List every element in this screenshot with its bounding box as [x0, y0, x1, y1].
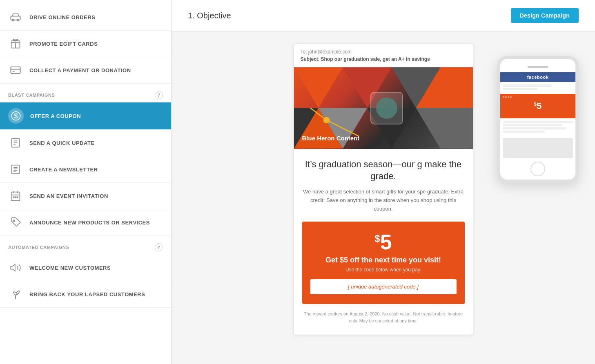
sidebar-item-offer-coupon[interactable]: $ OFFER A COUPON	[0, 102, 171, 130]
mini-star-2	[505, 96, 507, 98]
sidebar-item-send-event[interactable]: SEND AN EVENT INVITATION	[0, 183, 171, 209]
automated-campaigns-header: AUTOMATED CAMPAIGNS ?	[0, 236, 171, 255]
sidebar-item-label: BRING BACK YOUR LAPSED CUSTOMERS	[29, 291, 145, 297]
newsletter-icon	[8, 162, 23, 177]
main-content: 1. Objective Design Campaign To: john@ex…	[172, 0, 595, 364]
car-icon	[8, 10, 23, 24]
megaphone-icon	[8, 260, 23, 275]
svg-point-26	[13, 220, 15, 222]
email-to: To: john@example.com	[301, 49, 466, 55]
coupon-subtext: Use the code below when you pay.	[310, 267, 457, 273]
email-body: It’s graduation season—our g make the gr…	[294, 149, 473, 335]
email-hero-image: Blue Heron Content	[294, 67, 473, 149]
dollar-icon: $	[8, 108, 24, 124]
mobile-preview: facebook $5	[497, 56, 579, 183]
email-preview-card: To: john@example.com Subject: Shop our g…	[294, 44, 473, 335]
email-subject: Subject: Shop our graduation sale, get a…	[301, 56, 466, 62]
sidebar-item-label: SEND AN EVENT INVITATION	[29, 193, 108, 199]
svg-rect-25	[17, 197, 18, 198]
design-campaign-button[interactable]: Design Campaign	[511, 8, 579, 23]
dollar-super: $	[374, 233, 380, 244]
fb-line-4	[503, 131, 545, 133]
phone-gray-box	[503, 138, 573, 158]
mini-star-3	[508, 96, 509, 98]
sidebar-item-drive-online[interactable]: DRIVE ONLINE ORDERS	[0, 4, 171, 31]
svg-marker-27	[11, 264, 15, 271]
fb-text-lines	[500, 118, 575, 136]
hero-logo-box	[370, 92, 403, 124]
fb-name-line	[503, 84, 552, 87]
sidebar-item-label: SEND A QUICK UPDATE	[29, 140, 95, 146]
svg-rect-24	[15, 197, 16, 198]
email-header: To: john@example.com Subject: Shop our g…	[294, 44, 473, 67]
svg-rect-5	[11, 67, 20, 73]
svg-rect-14	[12, 165, 20, 174]
svg-rect-19	[11, 192, 20, 201]
sidebar-item-label: DRIVE ONLINE ORDERS	[29, 14, 96, 20]
sidebar-item-bring-back[interactable]: BRING BACK YOUR LAPSED CUSTOMERS	[0, 281, 171, 308]
mini-amount: $5	[534, 101, 542, 111]
fb-line-1	[503, 121, 573, 123]
sidebar-item-send-quick[interactable]: SEND A QUICK UPDATE	[0, 130, 171, 156]
svg-rect-23	[13, 197, 14, 198]
mini-number: 5	[537, 101, 542, 111]
email-headline: It’s graduation season—our g make the gr…	[302, 159, 465, 182]
subject-label: Subject	[301, 56, 318, 62]
email-body-text: We have a great selection of smart gifts…	[302, 188, 465, 213]
sidebar-item-label: WELCOME NEW CUSTOMERS	[29, 265, 111, 271]
coupon-offer-text: Get $5 off the next time you visit!	[310, 256, 457, 264]
phone-coupon-mini: $5	[500, 94, 575, 118]
plant-icon	[8, 287, 23, 302]
page-title: 1. Objective	[188, 11, 231, 20]
phone-frame: facebook $5	[497, 56, 579, 183]
sidebar: DRIVE ONLINE ORDERS PROMOTE EGIFT CARDS …	[0, 0, 172, 364]
phone-home-button	[530, 162, 545, 176]
coupon-amount: $5	[310, 231, 457, 253]
svg-marker-28	[294, 67, 343, 108]
sidebar-item-create-newsletter[interactable]: CREATE A NEWSLETTER	[0, 156, 171, 183]
calendar-icon	[8, 189, 23, 203]
sidebar-item-announce-products[interactable]: ANNOUNCE NEW PRODUCTS OR SERVICES	[0, 209, 171, 236]
mini-stars	[503, 96, 512, 98]
coupon-box: $5 Get $5 off the next time you visit! U…	[302, 222, 465, 304]
fb-label: facebook	[527, 75, 549, 80]
hero-brand-name: Blue Heron Content	[302, 135, 360, 142]
tag-icon	[8, 215, 23, 230]
card-icon	[8, 63, 23, 78]
doc-icon	[8, 135, 23, 150]
sidebar-item-label: OFFER A COUPON	[30, 113, 81, 119]
sidebar-item-label: CREATE A NEWSLETTER	[29, 166, 98, 173]
mini-star-1	[503, 96, 504, 98]
phone-speaker	[528, 66, 548, 68]
svg-marker-34	[416, 108, 472, 149]
fb-meta-line	[503, 88, 538, 90]
sidebar-item-label: PROMOTE EGIFT CARDS	[29, 41, 98, 47]
fb-header: facebook	[500, 72, 575, 82]
gift-icon	[8, 36, 23, 51]
page-header: 1. Objective Design Campaign	[172, 0, 595, 31]
fb-line-3	[503, 127, 566, 129]
coupon-footer: The reward expires on August 2, 2020. No…	[302, 311, 465, 325]
sidebar-item-collect-payment[interactable]: COLLECT A PAYMENT OR DONATION	[0, 57, 171, 84]
sidebar-item-promote-egift[interactable]: PROMOTE EGIFT CARDS	[0, 31, 171, 57]
mini-star-4	[510, 96, 512, 98]
fb-line-2	[503, 124, 562, 126]
sidebar-item-welcome-customers[interactable]: WELCOME NEW CUSTOMERS	[0, 255, 171, 281]
hero-logo-inner	[376, 98, 397, 119]
fb-post	[500, 82, 575, 94]
preview-area: To: john@example.com Subject: Shop our g…	[172, 31, 595, 347]
coupon-code: [ unique autogenerated code ]	[310, 279, 457, 294]
sidebar-item-label: ANNOUNCE NEW PRODUCTS OR SERVICES	[29, 220, 150, 226]
svg-text:$: $	[14, 112, 18, 120]
automated-help-icon[interactable]: ?	[155, 243, 163, 251]
blast-campaigns-header: BLAST CAMPAIGNS ?	[0, 84, 171, 102]
blast-help-icon[interactable]: ?	[155, 91, 163, 99]
sidebar-item-label: COLLECT A PAYMENT OR DONATION	[29, 67, 131, 73]
subject-text: Shop our graduation sale, get an A+ in s…	[321, 56, 430, 62]
coupon-number: 5	[380, 230, 392, 254]
